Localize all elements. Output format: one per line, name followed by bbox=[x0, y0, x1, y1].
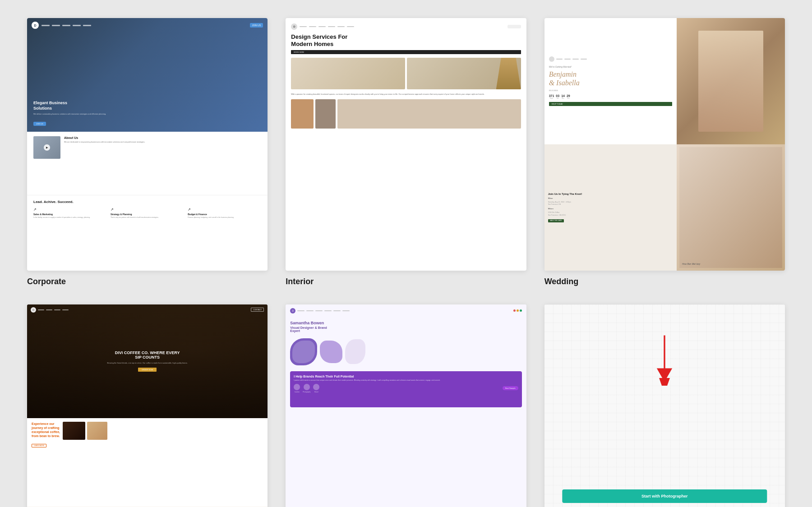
corp-tagline: Lead. Achive. Succeed. bbox=[33, 200, 261, 204]
blob-3 bbox=[345, 339, 365, 364]
int-nav: D bbox=[291, 23, 521, 30]
wedding-label: Wedding bbox=[544, 277, 785, 286]
template-card-corporate: D JOIN US Elegant BusinessSolutions We d… bbox=[27, 18, 268, 286]
coffee-learn-btn[interactable]: LEARN MORE bbox=[32, 444, 46, 447]
interior-label: Interior bbox=[286, 277, 526, 286]
int-cta-btn[interactable]: BOOK NOW bbox=[291, 50, 521, 54]
cre-dots bbox=[513, 309, 522, 312]
wed-rsvp-btn[interactable]: RSVP TODAY bbox=[549, 102, 672, 106]
corporate-preview[interactable]: D JOIN US Elegant BusinessSolutions We d… bbox=[27, 18, 268, 271]
coffee-logo: D bbox=[31, 307, 36, 313]
wed-save-date[interactable]: SAVE THE DATE bbox=[548, 219, 564, 222]
template-card-coffee: D CONTACT DIVI COFFEE CO. WHERE EVERYSIP… bbox=[27, 304, 268, 507]
wedding-preview[interactable]: We're Getting Married! Benjamin& Isabell… bbox=[544, 18, 785, 271]
coffee-preview[interactable]: D CONTACT DIVI COFFEE CO. WHERE EVERYSIP… bbox=[27, 304, 268, 507]
int-title: Design Services ForModern Homes bbox=[291, 33, 521, 47]
int-nav-links bbox=[300, 26, 354, 27]
portfolio-item-1: Curation bbox=[294, 384, 300, 393]
coffee-hero-title: DIVI COFFEE CO. WHERE EVERYSIP COUNTS bbox=[107, 350, 187, 360]
template-card-interior: D Design Services ForModern Homes BOOK N… bbox=[286, 18, 526, 286]
cre-view-btn[interactable]: Start Sample bbox=[503, 386, 518, 390]
service-title-2: Strategy & Planning bbox=[111, 213, 184, 216]
service-text-1: In the facility, we aim to supply a mark… bbox=[33, 217, 107, 219]
corp-nav bbox=[42, 25, 247, 26]
coffee-order-btn[interactable]: ORDER NOW bbox=[138, 368, 157, 372]
cre-portfolio-items: Curation Photography Brand Start Sample bbox=[294, 384, 518, 393]
service-text-2: That is why we partner with brands to bu… bbox=[111, 217, 184, 219]
corp-service-3: ↗ Budget & Finance Finance planning, bud… bbox=[188, 207, 261, 219]
coffee-mid-headline: Experience ourjourney of craftingexcepti… bbox=[32, 422, 60, 438]
int-image-1 bbox=[291, 58, 405, 89]
wed-ceremony: Join Us In Tying The Knot! When Saturday… bbox=[544, 144, 677, 271]
wed-logo bbox=[549, 56, 554, 62]
int-logo: D bbox=[291, 23, 297, 30]
play-icon[interactable]: ▶ bbox=[44, 144, 50, 151]
service-title-3: Budget & Finance bbox=[188, 213, 261, 216]
wed-countdown: 371 Days 03 Hrs 14 Min bbox=[549, 94, 672, 99]
template-card-business-coach: Start with Photographer Preview Business… bbox=[544, 304, 785, 507]
coffee-mid-images bbox=[63, 422, 107, 448]
service-text-3: Finance planning, budgeting, and overall… bbox=[188, 217, 261, 219]
wed-nav bbox=[549, 56, 672, 62]
corp-hero-title: Elegant BusinessSolutions bbox=[33, 101, 261, 111]
business-coach-preview[interactable]: Start with Photographer Preview Business… bbox=[544, 304, 785, 507]
template-grid: D JOIN US Elegant BusinessSolutions We d… bbox=[27, 18, 785, 507]
service-title-1: Sales & Marketing bbox=[33, 213, 107, 216]
corp-hero-sub: We deliver outstanding business solution… bbox=[33, 113, 261, 115]
arrow-icon-3: ↗ bbox=[188, 207, 261, 212]
cre-role: Visual Designer & BrandExpert bbox=[290, 326, 521, 332]
int-bottom-images bbox=[291, 99, 521, 129]
template-card-wedding: We're Getting Married! Benjamin& Isabell… bbox=[544, 18, 785, 286]
start-photographer-button[interactable]: Start with Photographer bbox=[563, 489, 767, 503]
wed-photo bbox=[677, 18, 785, 144]
portfolio-item-3: Brand bbox=[313, 384, 319, 393]
cre-nav: D bbox=[286, 304, 526, 317]
creative-director-preview[interactable]: D Samantha Bowen Visual Designer & bbox=[286, 304, 526, 507]
corp-hero-btn[interactable]: JOIN US bbox=[33, 122, 46, 126]
blob-1 bbox=[290, 338, 317, 365]
wed-date: 03.23.2024 bbox=[549, 89, 672, 92]
corp-logo: D bbox=[32, 22, 39, 29]
corp-about-image: ▶ bbox=[33, 136, 60, 159]
int-search[interactable] bbox=[508, 25, 521, 28]
cre-name: Samantha Bowen bbox=[290, 321, 521, 325]
corp-service-1: ↗ Sales & Marketing In the facility, we … bbox=[33, 207, 107, 219]
cre-blobs bbox=[290, 336, 521, 368]
corp-about-text: We are dedicated to empowering businesse… bbox=[64, 141, 261, 143]
portfolio-item-2: Photography bbox=[303, 384, 310, 393]
int-image-5 bbox=[337, 99, 521, 129]
corporate-label: Corporate bbox=[27, 277, 268, 286]
corp-service-2: ↗ Strategy & Planning That is why we par… bbox=[111, 207, 184, 219]
coffee-nav: D CONTACT bbox=[27, 307, 268, 313]
biz-arrow bbox=[651, 332, 678, 387]
cre-logo: D bbox=[290, 308, 295, 313]
corp-about-title: About Us bbox=[64, 136, 261, 139]
svg-marker-2 bbox=[657, 368, 672, 382]
arrow-icon-2: ↗ bbox=[111, 207, 184, 212]
wed-hands: How Ben Met Izzy bbox=[677, 144, 785, 271]
arrow-icon-1: ↗ bbox=[33, 207, 107, 212]
interior-preview[interactable]: D Design Services ForModern Homes BOOK N… bbox=[286, 18, 526, 271]
corp-services: ↗ Sales & Marketing In the facility, we … bbox=[33, 207, 261, 219]
cre-portfolio: I Help Brands Reach Their Full Potential… bbox=[290, 371, 521, 407]
int-description: With a passion for creating beautiful, f… bbox=[291, 93, 521, 96]
blob-2 bbox=[320, 341, 342, 363]
int-image-4 bbox=[315, 99, 336, 129]
corp-cta[interactable]: JOIN US bbox=[250, 23, 263, 28]
biz-buttons: Start with Photographer Preview Business… bbox=[563, 489, 767, 507]
wed-names: Benjamin& Isabella bbox=[549, 70, 672, 87]
int-images bbox=[291, 58, 521, 89]
coffee-cta[interactable]: CONTACT bbox=[251, 308, 264, 312]
wed-tagline: We're Getting Married! bbox=[549, 65, 672, 68]
int-image-3 bbox=[291, 99, 314, 129]
int-image-2 bbox=[407, 58, 521, 89]
template-card-creative-director: D Samantha Bowen Visual Designer & bbox=[286, 304, 526, 507]
